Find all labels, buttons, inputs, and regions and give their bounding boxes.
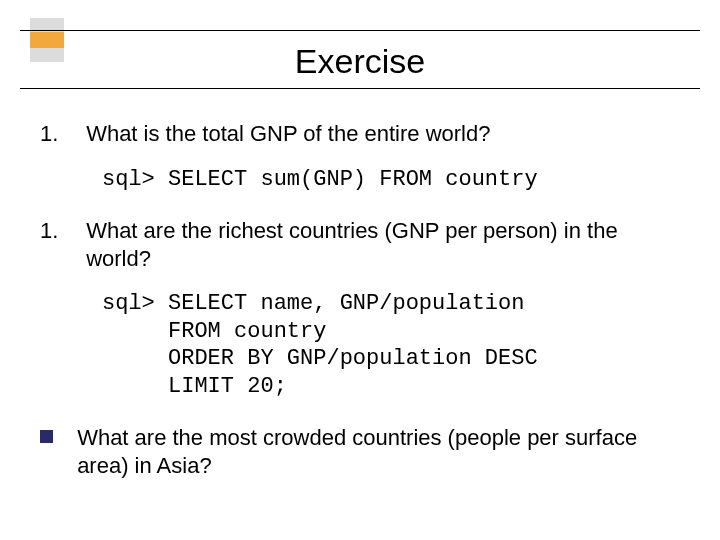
item-marker: 1. bbox=[40, 217, 80, 245]
item-question: What is the total GNP of the entire worl… bbox=[86, 120, 646, 148]
square-bullet-icon bbox=[40, 430, 53, 443]
item-marker: 1. bbox=[40, 120, 80, 148]
slide: Exercise 1. What is the total GNP of the… bbox=[0, 0, 720, 540]
slide-title: Exercise bbox=[20, 42, 700, 81]
list-item: 1. What are the richest countries (GNP p… bbox=[40, 217, 680, 272]
slide-body: 1. What is the total GNP of the entire w… bbox=[40, 120, 680, 479]
code-block: sql> SELECT name, GNP/population FROM co… bbox=[102, 290, 680, 400]
code-block: sql> SELECT sum(GNP) FROM country bbox=[102, 166, 680, 194]
item-question: What are the richest countries (GNP per … bbox=[86, 217, 646, 272]
list-item: 1. What is the total GNP of the entire w… bbox=[40, 120, 680, 148]
bullet-item: What are the most crowded countries (peo… bbox=[40, 424, 680, 479]
title-rule-top bbox=[20, 30, 700, 31]
title-rule-bottom bbox=[20, 88, 700, 89]
bullet-text: What are the most crowded countries (peo… bbox=[77, 424, 657, 479]
